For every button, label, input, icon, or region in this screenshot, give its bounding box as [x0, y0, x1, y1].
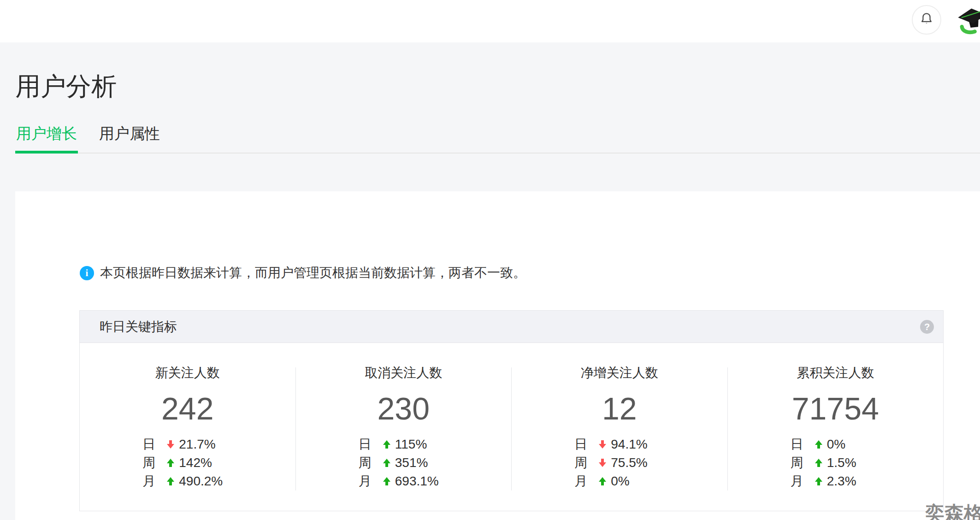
stat-value: 21.7% [179, 437, 215, 452]
tab-user-growth[interactable]: 用户增长 [15, 126, 78, 153]
stat-period: 周 [791, 454, 804, 472]
trend-arrow-icon [167, 476, 174, 487]
metric-net-followers: 净增关注人数 12 日94.1% 周75.5% 月0% [512, 343, 727, 511]
metric-label: 新关注人数 [80, 366, 295, 380]
stat-period: 月 [142, 473, 156, 490]
stat-value: 94.1% [611, 437, 647, 452]
stat-value: 75.5% [611, 455, 647, 470]
trend-arrow-icon [383, 457, 390, 468]
metric-value: 230 [296, 392, 512, 425]
trend-arrow-icon [167, 439, 174, 450]
metric-value: 71754 [728, 392, 944, 425]
page-head: 用户分析 用户增长 用户属性 [0, 42, 980, 154]
stat-period: 周 [574, 454, 588, 472]
stat-row-day: 日94.1% [574, 435, 664, 454]
stat-row-week: 周351% [359, 454, 449, 472]
bell-icon [919, 12, 934, 28]
stat-period: 周 [142, 454, 156, 472]
metric-total-followers: 累积关注人数 71754 日0% 周1.5% 月2.3% [728, 343, 944, 511]
screen: 用户分析 用户增长 用户属性 i 本页根据昨日数据来计算，而用户管理页根据当前数… [0, 0, 980, 520]
metric-label: 净增关注人数 [512, 366, 727, 380]
stat-row-week: 周75.5% [574, 454, 664, 472]
notice-text: 本页根据昨日数据来计算，而用户管理页根据当前数据计算，两者不一致。 [100, 264, 526, 282]
stat-value: 115% [395, 437, 427, 452]
card-body: 新关注人数 242 日21.7% 周142% 月490.2% [80, 343, 943, 511]
stat-period: 日 [574, 436, 588, 453]
stat-row-month: 月693.1% [359, 472, 449, 490]
metric-stats: 日115% 周351% 月693.1% [359, 435, 449, 490]
trend-arrow-icon [383, 476, 390, 487]
stat-period: 日 [359, 436, 372, 453]
metric-value: 242 [80, 392, 295, 425]
stat-value: 1.5% [827, 455, 856, 470]
stat-value: 2.3% [827, 474, 856, 489]
card-title: 昨日关键指标 [100, 318, 177, 336]
stat-period: 日 [142, 436, 156, 453]
stat-value: 693.1% [395, 474, 439, 489]
trend-arrow-icon [167, 457, 174, 468]
stat-period: 月 [359, 473, 372, 490]
stat-row-day: 日115% [359, 435, 449, 454]
stat-period: 日 [791, 436, 804, 453]
topbar [0, 0, 980, 42]
info-icon: i [80, 266, 94, 280]
stat-row-day: 日21.7% [142, 435, 232, 454]
trend-arrow-icon [815, 476, 822, 487]
stat-period: 周 [359, 454, 372, 472]
page-title: 用户分析 [15, 72, 980, 100]
stat-row-week: 周1.5% [791, 454, 880, 472]
stat-value: 0% [611, 474, 629, 489]
stat-row-month: 月490.2% [142, 472, 232, 490]
stat-period: 月 [574, 473, 588, 490]
account-avatar[interactable] [957, 5, 980, 35]
metric-value: 12 [512, 392, 727, 425]
metric-stats: 日21.7% 周142% 月490.2% [142, 435, 232, 490]
trend-arrow-icon [599, 476, 606, 487]
stat-value: 490.2% [179, 474, 223, 489]
stat-period: 月 [791, 473, 804, 490]
metric-unfollowers: 取消关注人数 230 日115% 周351% 月693.1% [296, 343, 512, 511]
stat-row-day: 日0% [791, 435, 880, 454]
trend-arrow-icon [815, 439, 822, 450]
metric-stats: 日0% 周1.5% 月2.3% [791, 435, 880, 490]
stat-value: 0% [827, 437, 845, 452]
stat-value: 351% [395, 455, 428, 470]
metric-stats: 日94.1% 周75.5% 月0% [574, 435, 664, 490]
stat-row-month: 月0% [574, 472, 664, 490]
metric-new-followers: 新关注人数 242 日21.7% 周142% 月490.2% [80, 343, 295, 511]
graduation-cap-icon [957, 29, 980, 36]
metric-label: 累积关注人数 [728, 366, 944, 380]
trend-arrow-icon [815, 457, 822, 468]
metric-label: 取消关注人数 [296, 366, 512, 380]
data-notice: i 本页根据昨日数据来计算，而用户管理页根据当前数据计算，两者不一致。 [80, 264, 980, 282]
stat-value: 142% [179, 455, 212, 470]
stat-row-month: 月2.3% [791, 472, 880, 490]
trend-arrow-icon [599, 457, 606, 468]
notifications-button[interactable] [912, 5, 941, 35]
tab-bar: 用户增长 用户属性 [15, 126, 980, 154]
tab-user-attributes[interactable]: 用户属性 [98, 126, 161, 153]
help-icon[interactable]: ? [920, 320, 934, 334]
content-panel: i 本页根据昨日数据来计算，而用户管理页根据当前数据计算，两者不一致。 昨日关键… [15, 191, 980, 520]
trend-arrow-icon [383, 439, 390, 450]
watermark: 奕森格 [925, 501, 980, 520]
trend-arrow-icon [599, 439, 606, 450]
card-header: 昨日关键指标 ? [80, 311, 943, 343]
stat-row-week: 周142% [142, 454, 232, 472]
key-metrics-card: 昨日关键指标 ? 新关注人数 242 日21.7% 周142% [79, 310, 944, 511]
